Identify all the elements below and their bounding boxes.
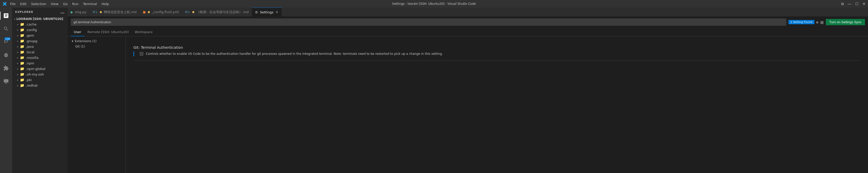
folder-chevron: ▸ bbox=[17, 67, 19, 70]
tree-item-label: .config bbox=[26, 28, 37, 32]
tree-item-cache[interactable]: ▸ 📁 .cache bbox=[12, 22, 68, 27]
tree-item-local[interactable]: ▸ 📁 .local bbox=[12, 49, 68, 55]
settings-tree-git[interactable]: Git (1) bbox=[68, 44, 126, 49]
svg-rect-0 bbox=[4, 79, 8, 82]
tree-item-npm-global[interactable]: ▸ 📁 .npm-global bbox=[12, 66, 68, 71]
settings-editor: 1 Setting Found ≡ ▤ Turn on Settings Syn… bbox=[68, 16, 868, 173]
folder-chevron: ▸ bbox=[17, 29, 19, 31]
explorer-icon[interactable] bbox=[0, 10, 12, 22]
tab-label: img.py bbox=[75, 10, 86, 14]
menu-terminal[interactable]: Terminal bbox=[83, 2, 97, 6]
tree-item-label: .java bbox=[26, 45, 34, 48]
folder-icon: 📁 bbox=[20, 67, 24, 71]
tab-gediao-md[interactable]: M↓ 《格调：社会等级与生活品味》.md bbox=[182, 8, 252, 16]
settings-main-panel: Git: Terminal Authentication Controls wh… bbox=[126, 36, 868, 173]
git-tree-label: Git (1) bbox=[75, 45, 85, 48]
tree-item-gem[interactable]: ▸ 📁 .gem bbox=[12, 33, 68, 38]
tree-item-label: .npm bbox=[26, 61, 34, 65]
extensions-icon[interactable] bbox=[0, 62, 12, 74]
explorer-label: Explorer bbox=[15, 10, 33, 14]
settings-search-bar: 1 Setting Found ≡ ▤ Turn on Settings Syn… bbox=[68, 16, 868, 28]
menu-go[interactable]: Go bbox=[63, 2, 68, 6]
folder-chevron: ▸ bbox=[17, 40, 19, 42]
folder-icon: 📁 bbox=[20, 50, 24, 54]
folder-chevron: ▸ bbox=[17, 45, 19, 48]
window-maximize[interactable]: ☐ bbox=[856, 2, 859, 6]
tab-settings[interactable]: ⚙ Settings ✕ bbox=[252, 8, 282, 16]
tree-item-java[interactable]: ▸ 📁 .java bbox=[12, 44, 68, 49]
tree-root-chevron: ▾ bbox=[14, 18, 16, 21]
search-activity-icon[interactable] bbox=[0, 23, 12, 35]
tree-item-label: .pki bbox=[26, 78, 32, 82]
sort-icon[interactable]: ▤ bbox=[820, 20, 824, 24]
tree-item-gnupg[interactable]: ▸ 📁 .gnupg bbox=[12, 38, 68, 44]
left-blue-bar bbox=[133, 51, 134, 56]
window-minimize[interactable]: ― bbox=[848, 2, 851, 6]
tree-item-npm[interactable]: ▸ 📁 .npm bbox=[12, 60, 68, 66]
sidebar-more-button[interactable]: … bbox=[60, 10, 65, 14]
vscode-logo: 🗙 bbox=[2, 1, 7, 7]
gear-icon: ⚙ bbox=[255, 10, 258, 14]
tree-item-redhat[interactable]: ▸ 📁 .redhat bbox=[12, 82, 68, 88]
tree-root-loorain[interactable]: ▾ LOORAIN [SSH: UBUNTU20] bbox=[12, 16, 68, 22]
tab-bar: ▶ img.py M↓ 网络信息安全上机.md ■ _config.fluid.… bbox=[68, 8, 868, 16]
folder-icon: 📁 bbox=[20, 56, 24, 60]
settings-item-title: Git: Terminal Authentication bbox=[133, 45, 861, 49]
folder-chevron: ▸ bbox=[17, 56, 19, 59]
tree-item-config[interactable]: ▸ 📁 .config bbox=[12, 27, 68, 33]
tab-workspace[interactable]: Workspace bbox=[132, 28, 156, 36]
tab-label: 《格调：社会等级与生活品味》.md bbox=[196, 10, 249, 14]
md-icon: M↓ bbox=[93, 10, 98, 14]
tab-img-py[interactable]: ▶ img.py bbox=[68, 8, 90, 16]
settings-tabs: User Remote [SSH: Ubuntu20] Workspace bbox=[68, 28, 868, 36]
filter-icon[interactable]: ≡ bbox=[816, 20, 819, 24]
folder-icon: 📁 bbox=[20, 78, 24, 82]
settings-tree-extensions[interactable]: ▾ Extensions (1) bbox=[68, 38, 126, 44]
tree-item-label: .cache bbox=[26, 23, 37, 26]
settings-search-input[interactable] bbox=[71, 19, 786, 26]
menu-run[interactable]: Run bbox=[72, 2, 79, 6]
settings-content: ▾ Extensions (1) Git (1) Git: Terminal A… bbox=[68, 36, 868, 173]
yaml-icon: ■ bbox=[143, 10, 146, 14]
source-control-icon[interactable]: 118 bbox=[0, 36, 12, 48]
folder-icon: 📁 bbox=[20, 28, 24, 32]
result-count-badge: 1 Setting Found bbox=[788, 20, 814, 24]
tree-item-pki[interactable]: ▸ 📁 .pki bbox=[12, 77, 68, 82]
tab-remote[interactable]: Remote [SSH: Ubuntu20] bbox=[84, 28, 132, 36]
folder-icon: 📁 bbox=[20, 33, 24, 37]
tree-item-label: .gem bbox=[26, 34, 34, 37]
folder-icon: 📁 bbox=[20, 39, 24, 43]
tab-label: _config.fluid.yml bbox=[152, 10, 179, 14]
tab-network-md[interactable]: M↓ 网络信息安全上机.md bbox=[90, 8, 140, 16]
folder-icon: 📁 bbox=[20, 61, 24, 65]
debug-icon[interactable] bbox=[0, 49, 12, 61]
sidebar: Explorer … ▾ LOORAIN [SSH: UBUNTU20] ▸ 📁… bbox=[12, 8, 68, 173]
settings-checkbox[interactable] bbox=[140, 52, 143, 56]
remote-icon[interactable] bbox=[0, 75, 12, 88]
window-tile[interactable]: ⧉ bbox=[841, 2, 844, 6]
settings-item-git-terminal-auth: Git: Terminal Authentication Controls wh… bbox=[133, 41, 861, 61]
extensions-tree-label: Extensions (1) bbox=[75, 39, 96, 43]
tree-item-label: .gnupg bbox=[26, 39, 37, 43]
tab-label: Settings bbox=[260, 10, 273, 14]
tab-close-button[interactable]: ✕ bbox=[275, 10, 278, 14]
tree-item-label: .mozilla bbox=[26, 56, 38, 60]
menu-edit[interactable]: Edit bbox=[20, 2, 27, 6]
tree-item-oh-my-zsh[interactable]: ▸ 📁 .oh-my-zsh bbox=[12, 71, 68, 77]
folder-icon: 📁 bbox=[20, 22, 24, 26]
tree-item-mozilla[interactable]: ▸ 📁 .mozilla bbox=[12, 55, 68, 60]
menu-file[interactable]: File bbox=[10, 2, 16, 6]
window-controls: ⧉ ― ☐ ✕ bbox=[841, 2, 866, 6]
menu-view[interactable]: View bbox=[51, 2, 59, 6]
window-close[interactable]: ✕ bbox=[863, 2, 866, 6]
modified-dot bbox=[192, 11, 194, 13]
tab-user[interactable]: User bbox=[71, 28, 84, 36]
folder-chevron: ▸ bbox=[17, 23, 19, 26]
title-bar-left: 🗙 File Edit Selection View Go Run Termin… bbox=[2, 1, 109, 7]
settings-checkbox-row: Controls whether to enable VS Code to be… bbox=[133, 51, 861, 56]
sync-button[interactable]: Turn on Settings Sync bbox=[826, 19, 865, 25]
menu-help[interactable]: Help bbox=[101, 2, 109, 6]
tab-config-yaml[interactable]: ■ _config.fluid.yml bbox=[140, 8, 182, 16]
menu-selection[interactable]: Selection bbox=[31, 2, 46, 6]
modified-dot bbox=[148, 11, 150, 13]
